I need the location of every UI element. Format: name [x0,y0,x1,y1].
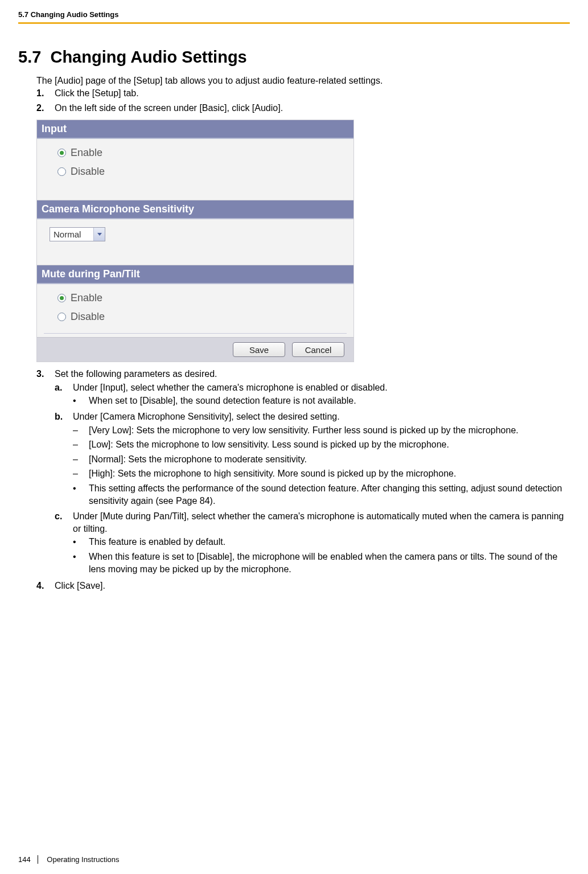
select-value: Normal [50,229,93,239]
divider [44,333,347,334]
dash-icon: – [73,453,81,466]
step-marker: 4. [36,580,49,592]
step-marker: 1. [36,87,49,100]
dash-item: – [Low]: Sets the microphone to low sens… [73,437,570,452]
bullet-icon: • [73,482,81,507]
substep-a: a. Under [Input], select whether the cam… [55,380,570,409]
bullet-text: When this feature is set to [Disable], t… [89,551,570,575]
mute-section-header: Mute during Pan/Tilt [37,265,353,284]
dash-text: [Very Low]: Sets the microphone to very … [89,424,519,437]
audio-settings-panel: Input Enable Disable Camera Microphone S… [36,120,354,362]
step-text: On the left side of the screen under [Ba… [55,102,283,114]
intro-text: The [Audio] page of the [Setup] tab allo… [36,76,570,86]
radio-unselected-icon [57,313,66,321]
sensitivity-select[interactable]: Normal [50,227,105,241]
step-marker: 2. [36,102,49,114]
bullet-item: • When this feature is set to [Disable],… [73,549,570,576]
substep-text: Under [Input], select whether the camera… [73,383,388,392]
section-number: 5.7 [18,48,41,66]
dash-item: – [High]: Sets the microphone to high se… [73,466,570,481]
step-marker: 3. [36,368,49,577]
radio-label: Enable [71,292,102,304]
dash-text: [High]: Sets the microphone to high sens… [89,467,456,480]
dash-text: [Normal]: Sets the microphone to moderat… [89,453,307,466]
dash-icon: – [73,424,81,437]
substep-text: Under [Camera Microphone Sensitivity], s… [73,412,340,421]
step-text: Click [Save]. [55,580,105,592]
radio-label: Disable [71,166,105,178]
step-text: Click the [Setup] tab. [55,87,139,100]
page-number: 144 [18,855,38,864]
substep-b: b. Under [Camera Microphone Sensitivity]… [55,409,570,509]
substep-text: Under [Mute during Pan/Tilt], select whe… [73,511,564,534]
dropdown-button[interactable] [93,228,105,241]
bullet-item: • When set to [Disable], the sound detec… [73,393,570,408]
input-disable-option[interactable]: Disable [57,162,349,181]
substep-marker: a. [55,381,67,408]
bullet-text: When set to [Disable], the sound detecti… [89,395,356,407]
page-footer: 144 Operating Instructions [18,855,120,864]
bullet-text: This feature is enabled by default. [89,536,225,548]
bullet-item: • This setting affects the performance o… [73,481,570,508]
bullet-item: • This feature is enabled by default. [73,535,570,549]
sensitivity-section-header: Camera Microphone Sensitivity [37,200,353,219]
save-button[interactable]: Save [233,342,285,357]
substep-c: c. Under [Mute during Pan/Tilt], select … [55,509,570,577]
radio-label: Disable [71,311,105,323]
page-title: 5.7 Changing Audio Settings [18,48,570,67]
radio-selected-icon [57,294,66,302]
dash-icon: – [73,467,81,480]
chevron-down-icon [97,233,102,236]
radio-label: Enable [71,147,102,159]
input-section-header: Input [37,120,353,139]
step-text: Set the following parameters as desired. [55,369,217,379]
substep-marker: c. [55,510,67,576]
input-enable-option[interactable]: Enable [57,143,349,162]
step-1: 1. Click the [Setup] tab. [36,86,570,101]
section-text: Changing Audio Settings [50,48,246,66]
step-4: 4. Click [Save]. [36,578,570,593]
mute-disable-option[interactable]: Disable [57,307,349,326]
bullet-text: This setting affects the performance of … [89,482,570,507]
radio-unselected-icon [57,167,66,176]
running-header: 5.7 Changing Audio Settings [18,10,570,24]
bullet-icon: • [73,536,81,548]
dash-icon: – [73,438,81,451]
substep-marker: b. [55,411,67,508]
mute-enable-option[interactable]: Enable [57,289,349,307]
bullet-icon: • [73,551,81,575]
dash-item: – [Very Low]: Sets the microphone to ver… [73,423,570,438]
bullet-icon: • [73,395,81,407]
step-2: 2. On the left side of the screen under … [36,101,570,116]
cancel-button[interactable]: Cancel [292,342,344,357]
dash-item: – [Normal]: Sets the microphone to moder… [73,452,570,467]
step-3: 3. Set the following parameters as desir… [36,367,570,578]
dash-text: [Low]: Sets the microphone to low sensit… [89,438,449,451]
radio-selected-icon [57,149,66,157]
doc-name: Operating Instructions [47,855,119,864]
